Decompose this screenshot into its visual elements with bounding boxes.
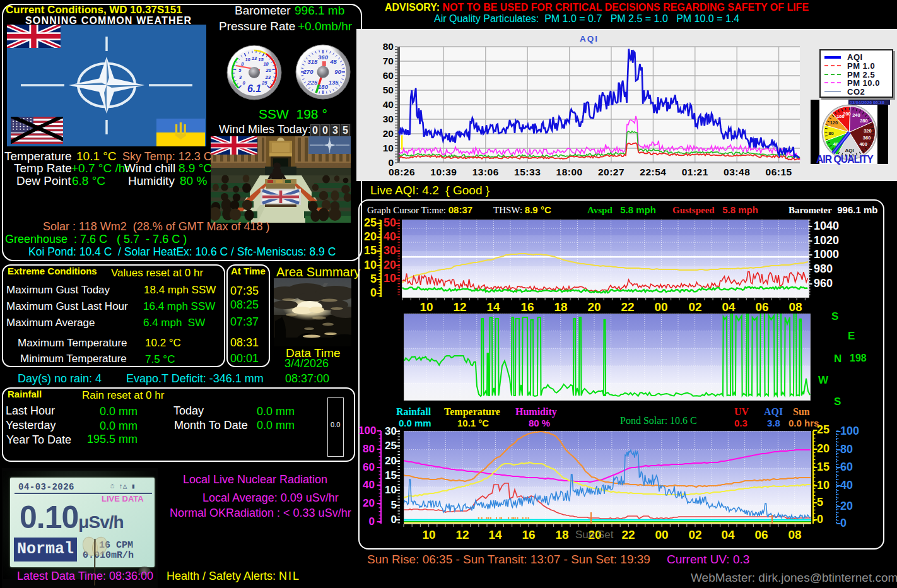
svg-text:200: 200 xyxy=(843,111,851,117)
svg-text:60: 60 xyxy=(383,70,394,81)
svg-text:360: 360 xyxy=(318,54,329,61)
svg-text:08:26: 08:26 xyxy=(389,167,415,177)
svg-text:80: 80 xyxy=(383,41,394,52)
svg-text:400: 400 xyxy=(859,141,867,147)
svg-text:10:39: 10:39 xyxy=(430,167,457,177)
svg-text:270: 270 xyxy=(303,68,314,75)
svg-text:AQI: AQI xyxy=(580,34,599,44)
svg-text:10: 10 xyxy=(245,57,250,62)
svg-text:13:06: 13:06 xyxy=(472,167,499,177)
svg-text:120: 120 xyxy=(830,120,838,126)
svg-text:360: 360 xyxy=(863,135,871,141)
svg-text:90: 90 xyxy=(334,68,341,75)
svg-text:20: 20 xyxy=(266,68,272,73)
svg-text:225: 225 xyxy=(307,79,318,86)
svg-text:315: 315 xyxy=(307,58,318,65)
svg-text:13: 13 xyxy=(252,56,257,61)
svg-text:25: 25 xyxy=(261,80,267,86)
svg-text:20:27: 20:27 xyxy=(598,167,624,177)
svg-text:23: 23 xyxy=(265,74,271,80)
svg-text:45: 45 xyxy=(329,58,337,65)
svg-text:03:48: 03:48 xyxy=(724,167,750,177)
svg-text:18:00: 18:00 xyxy=(556,167,583,177)
svg-text:80: 80 xyxy=(828,131,833,136)
svg-text:70: 70 xyxy=(383,56,394,66)
svg-text:320: 320 xyxy=(864,128,872,134)
svg-text:22:54: 22:54 xyxy=(640,167,666,177)
svg-text:40: 40 xyxy=(383,99,394,110)
svg-text:AQI: AQI xyxy=(845,148,853,153)
svg-text:0: 0 xyxy=(388,157,394,168)
svg-text:18: 18 xyxy=(263,61,269,67)
svg-text:30: 30 xyxy=(383,114,394,124)
svg-text:6.1: 6.1 xyxy=(247,83,261,94)
svg-text:240: 240 xyxy=(852,112,860,118)
svg-text:01:21: 01:21 xyxy=(682,167,708,177)
svg-text:20: 20 xyxy=(383,128,394,139)
svg-text:15:33: 15:33 xyxy=(514,167,541,177)
svg-text:280: 280 xyxy=(860,118,868,124)
svg-text:50: 50 xyxy=(383,85,394,95)
svg-text:10: 10 xyxy=(383,143,394,153)
svg-text:06:15: 06:15 xyxy=(766,167,792,177)
svg-text:135: 135 xyxy=(329,79,339,86)
